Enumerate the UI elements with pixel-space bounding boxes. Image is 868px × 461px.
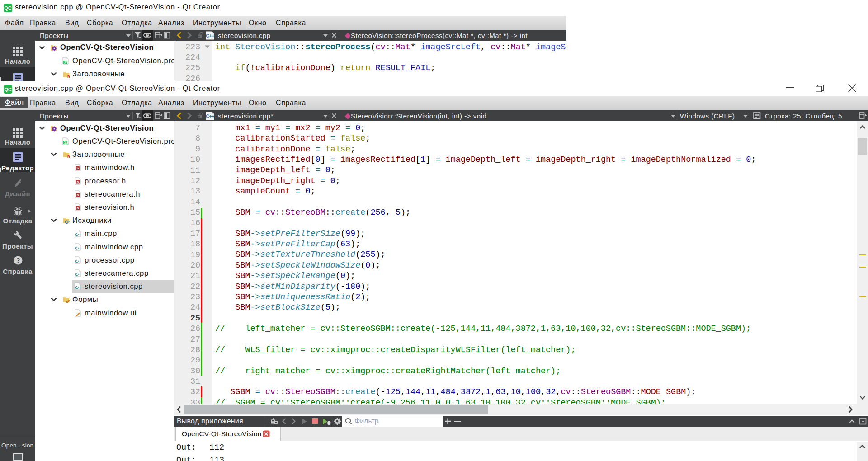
svg-text:C++: C++	[206, 114, 215, 119]
svg-text:QC: QC	[4, 87, 12, 92]
svg-text:Qt: Qt	[63, 141, 67, 145]
svg-text:QC: QC	[4, 5, 12, 11]
svg-text:h: h	[67, 154, 70, 158]
svg-text:Qt: Qt	[63, 61, 67, 64]
svg-text:h: h	[77, 193, 79, 197]
svg-text:h: h	[67, 74, 70, 78]
svg-text:h: h	[77, 180, 79, 184]
svg-text:C++: C++	[206, 33, 215, 38]
svg-text:h: h	[77, 166, 79, 170]
svg-text:h: h	[77, 206, 79, 210]
